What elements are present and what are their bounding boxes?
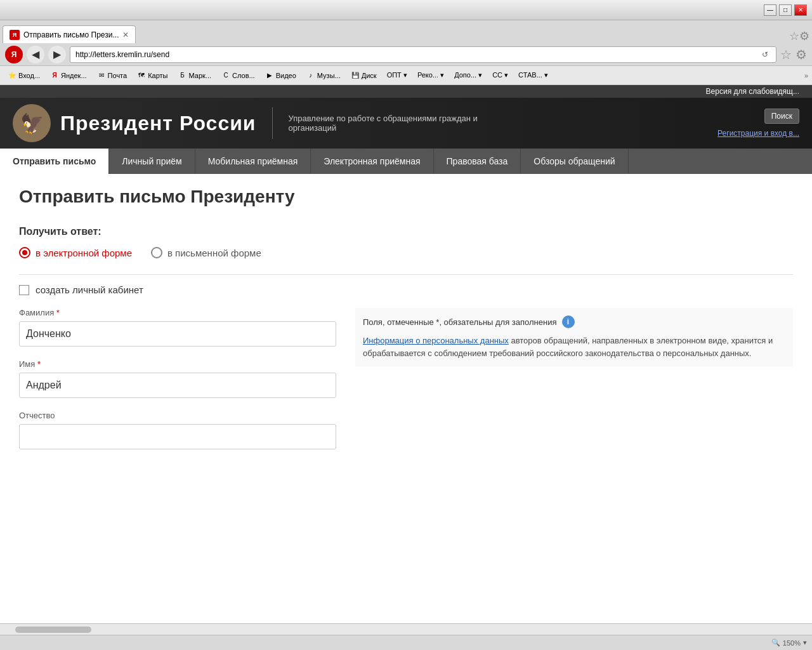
answer-radio-group: в электронной форме в письменной форме — [19, 247, 793, 258]
menu-gear-icon[interactable]: ⚙ — [796, 47, 807, 62]
forward-button[interactable]: ▶ — [48, 46, 66, 63]
nav-send-letter[interactable]: Отправить письмо — [0, 149, 109, 174]
site-header: 🦅 Президент России Управление по работе … — [0, 98, 812, 149]
bookmark-star-icon[interactable]: ☆ — [780, 47, 792, 62]
maximize-button[interactable]: □ — [779, 4, 792, 16]
favorites-star-icon[interactable]: ☆ — [789, 29, 799, 43]
patronymic-input[interactable] — [19, 424, 336, 449]
settings-gear-icon[interactable]: ⚙ — [799, 29, 809, 43]
title-bar-controls: — □ ✕ — [764, 4, 807, 16]
bookmark-vhod[interactable]: ⭐ Вход... — [4, 70, 44, 81]
create-account-checkbox[interactable] — [19, 285, 29, 295]
bookmarks-more-button[interactable]: » — [804, 72, 808, 79]
bookmark-stav[interactable]: СТАВ... ▾ — [514, 70, 552, 81]
surname-required-star: * — [56, 308, 60, 317]
bookmark-karty-icon: 🗺 — [137, 71, 146, 80]
info-header: Поля, отмеченные *, обязательны для запо… — [363, 315, 785, 328]
site-title: Президент России — [60, 112, 256, 135]
back-button[interactable]: ◀ — [27, 46, 44, 63]
bookmarks-bar: ⭐ Вход... Я Яндек... ✉ Почта 🗺 Карты Б М… — [0, 66, 812, 85]
minimize-button[interactable]: — — [764, 4, 776, 16]
radio-written-label: в письменной форме — [167, 248, 261, 258]
close-button[interactable]: ✕ — [794, 4, 807, 16]
tab-bar: Я Отправить письмо Прези... ✕ ☆ ⚙ — [0, 20, 812, 43]
site-subtitle: Управление по работе с обращениями гражд… — [289, 114, 479, 133]
bookmark-video[interactable]: ▶ Видео — [261, 70, 300, 81]
tab-title: Отправить письмо Прези... — [23, 30, 119, 39]
browser-window: — □ ✕ Я Отправить письмо Прези... ✕ ☆ ⚙ … — [0, 0, 812, 650]
bookmark-cc[interactable]: СС ▾ — [488, 70, 512, 81]
address-input[interactable] — [75, 50, 762, 59]
accessibility-label: Версия для слабовидящ... — [706, 87, 799, 96]
nav-electronic-reception[interactable]: Электронная приёмная — [311, 149, 433, 174]
bookmark-video-icon: ▶ — [265, 71, 274, 80]
site-logo: 🦅 Президент России Управление по работе … — [13, 104, 479, 142]
refresh-icon[interactable]: ↺ — [762, 50, 768, 59]
radio-electronic[interactable]: в электронной форме — [19, 247, 132, 258]
bookmark-video-label: Видео — [276, 72, 296, 79]
bookmark-pochta-label: Почта — [108, 72, 128, 79]
zoom-dropdown-icon[interactable]: ▾ — [803, 639, 807, 647]
required-fields-text: Поля, отмеченные *, обязательны для запо… — [363, 317, 557, 327]
patronymic-field-group: Отчество — [19, 411, 336, 449]
divider-1 — [19, 274, 793, 275]
bookmark-vhod-label: Вход... — [18, 72, 40, 79]
bookmark-muzy-label: Музы... — [317, 72, 341, 79]
form-left: Фамилия * Имя * Отчество — [19, 308, 336, 462]
address-bar[interactable]: ↺ — [70, 46, 776, 63]
bookmark-yandex[interactable]: Я Яндек... — [46, 70, 91, 81]
bookmark-slov[interactable]: С Слов... — [218, 70, 259, 81]
bookmark-pochta-icon: ✉ — [97, 71, 106, 80]
accessibility-bar: Версия для слабовидящ... — [0, 85, 812, 98]
bookmark-karty[interactable]: 🗺 Карты — [133, 70, 171, 81]
browser-tab[interactable]: Я Отправить письмо Прези... ✕ — [3, 25, 136, 43]
name-required-star: * — [37, 359, 41, 369]
name-input[interactable] — [19, 373, 336, 398]
bookmark-opt-label: ОПТ ▾ — [387, 71, 407, 79]
patronymic-label: Отчество — [19, 411, 336, 420]
bookmark-dopo-label: Допо... ▾ — [454, 71, 482, 79]
name-label: Имя * — [19, 359, 336, 369]
bookmark-slov-icon: С — [221, 71, 230, 80]
bookmark-yandex-icon: Я — [50, 71, 59, 80]
info-box: Поля, отмеченные *, обязательны для запо… — [355, 308, 793, 367]
bookmark-muzy[interactable]: ♪ Музы... — [303, 70, 344, 81]
radio-written-circle[interactable] — [151, 247, 162, 258]
coat-of-arms-icon: 🦅 — [13, 104, 51, 142]
horizontal-scroll-thumb[interactable] — [15, 627, 91, 633]
create-account-row: создать личный кабинет — [19, 284, 793, 295]
info-icon: i — [562, 315, 575, 328]
horizontal-scrollbar[interactable] — [0, 623, 812, 635]
personal-data-link[interactable]: Информация о персональных данных — [363, 336, 509, 345]
tab-close-button[interactable]: ✕ — [122, 30, 129, 39]
create-account-label: создать личный кабинет — [36, 284, 143, 295]
surname-input[interactable] — [19, 321, 336, 347]
registration-link[interactable]: Регистрация и вход в... — [717, 129, 799, 138]
bookmark-pochta[interactable]: ✉ Почта — [93, 70, 131, 81]
bookmark-muzy-icon: ♪ — [306, 71, 315, 80]
page-title: Отправить письмо Президенту — [19, 187, 793, 207]
surname-label: Фамилия * — [19, 308, 336, 317]
nav-personal-reception[interactable]: Личный приём — [109, 149, 195, 174]
yandex-button[interactable]: Я — [5, 46, 23, 63]
search-box[interactable]: Поиск — [764, 109, 799, 124]
bookmark-dopo[interactable]: Допо... ▾ — [450, 70, 486, 81]
title-bar: — □ ✕ — [0, 0, 812, 20]
site-navigation: Отправить письмо Личный приём Мобильная … — [0, 149, 812, 174]
nav-reviews[interactable]: Обзоры обращений — [521, 149, 628, 174]
bookmark-mark[interactable]: Б Марк... — [174, 70, 216, 81]
radio-written[interactable]: в письменной форме — [151, 247, 261, 258]
nav-legal-basis[interactable]: Правовая база — [434, 149, 521, 174]
bookmark-reko[interactable]: Реко... ▾ — [414, 70, 448, 81]
info-body: Информация о персональных данных авторов… — [363, 335, 785, 359]
status-bar: 🔍 150% ▾ — [0, 635, 812, 650]
website-content: Версия для слабовидящ... 🦅 Президент Рос… — [0, 85, 812, 635]
radio-electronic-label: в электронной форме — [36, 248, 132, 258]
bookmark-disk[interactable]: 💾 Диск — [347, 70, 381, 81]
tab-favicon: Я — [10, 30, 20, 40]
nav-mobile-reception[interactable]: Мобильная приёмная — [195, 149, 311, 174]
radio-electronic-circle[interactable] — [19, 247, 30, 258]
bookmark-opt[interactable]: ОПТ ▾ — [383, 70, 411, 81]
zoom-indicator: 🔍 150% ▾ — [771, 639, 807, 647]
bookmark-mark-icon: Б — [178, 71, 187, 80]
